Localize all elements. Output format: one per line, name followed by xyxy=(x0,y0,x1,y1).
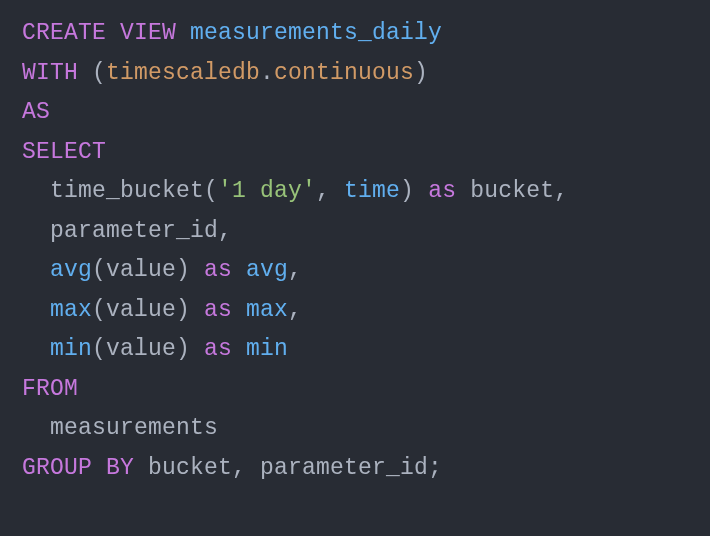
code-token: max xyxy=(50,297,92,323)
code-token xyxy=(22,336,50,362)
code-token: ( xyxy=(78,60,106,86)
code-line: SELECT xyxy=(22,133,688,173)
code-token: , xyxy=(288,297,302,323)
code-token: parameter_id, xyxy=(22,218,232,244)
code-token: min xyxy=(246,336,288,362)
code-token: , xyxy=(288,257,302,283)
code-token: as xyxy=(204,297,232,323)
code-line: parameter_id, xyxy=(22,212,688,252)
code-token xyxy=(22,257,50,283)
code-token: continuous xyxy=(274,60,414,86)
code-token xyxy=(22,297,50,323)
code-token: avg xyxy=(50,257,92,283)
code-line: FROM xyxy=(22,370,688,410)
code-token: as xyxy=(204,257,232,283)
code-token: SELECT xyxy=(22,139,106,165)
code-token: AS xyxy=(22,99,50,125)
code-line: GROUP BY bucket, parameter_id; xyxy=(22,449,688,489)
code-token: avg xyxy=(246,257,288,283)
code-token: FROM xyxy=(22,376,78,402)
sql-code-block: CREATE VIEW measurements_dailyWITH (time… xyxy=(0,0,710,503)
code-line: max(value) as max, xyxy=(22,291,688,331)
code-token: as xyxy=(204,336,232,362)
code-token: measurements xyxy=(22,415,218,441)
code-token xyxy=(232,297,246,323)
code-line: AS xyxy=(22,93,688,133)
code-token xyxy=(176,20,190,46)
code-token: bucket, parameter_id; xyxy=(134,455,442,481)
code-token: ) xyxy=(400,178,428,204)
code-token: GROUP BY xyxy=(22,455,134,481)
code-token xyxy=(232,257,246,283)
code-token: timescaledb xyxy=(106,60,260,86)
code-token: (value) xyxy=(92,336,204,362)
code-token: , xyxy=(316,178,344,204)
code-token: time xyxy=(344,178,400,204)
code-line: CREATE VIEW measurements_daily xyxy=(22,14,688,54)
code-token: bucket, xyxy=(456,178,568,204)
code-line: min(value) as min xyxy=(22,330,688,370)
code-token: CREATE VIEW xyxy=(22,20,176,46)
code-token: ) xyxy=(414,60,428,86)
code-token: max xyxy=(246,297,288,323)
code-token: (value) xyxy=(92,257,204,283)
code-token: as xyxy=(428,178,456,204)
code-token: . xyxy=(260,60,274,86)
code-token: WITH xyxy=(22,60,78,86)
code-token: time_bucket( xyxy=(22,178,218,204)
code-line: avg(value) as avg, xyxy=(22,251,688,291)
code-token: '1 day' xyxy=(218,178,316,204)
code-token: measurements_daily xyxy=(190,20,442,46)
code-line: WITH (timescaledb.continuous) xyxy=(22,54,688,94)
code-token: min xyxy=(50,336,92,362)
code-token: (value) xyxy=(92,297,204,323)
code-line: measurements xyxy=(22,409,688,449)
code-line: time_bucket('1 day', time) as bucket, xyxy=(22,172,688,212)
code-token xyxy=(232,336,246,362)
